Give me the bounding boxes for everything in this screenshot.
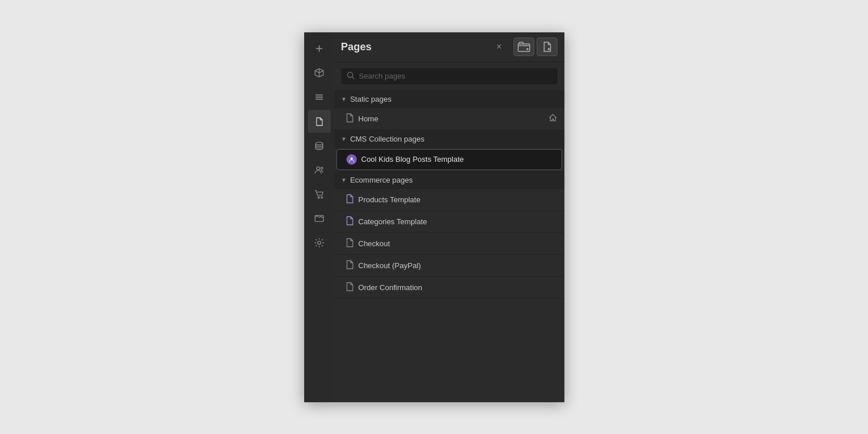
page-item-cool-kids[interactable]: Cool Kids Blog Posts Template	[337, 149, 562, 170]
svg-rect-12	[518, 44, 530, 51]
page-item-products[interactable]: Products Template	[334, 189, 564, 211]
section-label-ecommerce: Ecommerce pages	[350, 176, 412, 184]
svg-line-18	[352, 77, 354, 79]
sidebar-cart-btn[interactable]	[308, 183, 331, 206]
svg-point-5	[315, 142, 323, 145]
page-doc-icon-order	[346, 282, 354, 293]
panel-close-button[interactable]: ×	[492, 39, 506, 54]
page-item-label-products: Products Template	[359, 195, 557, 204]
chevron-down-icon-cms: ▼	[341, 136, 347, 142]
page-item-label-checkout-paypal: Checkout (PayPal)	[359, 261, 557, 270]
home-icon	[548, 113, 557, 124]
sidebar-settings-btn[interactable]	[308, 231, 331, 254]
svg-point-9	[321, 196, 323, 198]
panel-wrapper: Pages ×	[304, 32, 564, 402]
svg-point-7	[320, 167, 323, 169]
search-input-wrap	[341, 68, 557, 84]
sidebar-database-btn[interactable]	[308, 134, 331, 157]
pages-panel: Pages ×	[334, 32, 564, 402]
section-header-ecommerce[interactable]: ▼ Ecommerce pages	[334, 171, 564, 189]
svg-point-17	[348, 72, 353, 77]
sidebar-menu-btn[interactable]	[308, 86, 331, 109]
search-input[interactable]	[359, 72, 552, 80]
page-item-label-home: Home	[359, 114, 544, 123]
page-item-checkout[interactable]: Checkout	[334, 233, 564, 255]
svg-point-11	[317, 241, 320, 244]
page-item-label-checkout: Checkout	[359, 239, 557, 248]
section-label-cms: CMS Collection pages	[350, 135, 424, 143]
page-item-order-confirmation[interactable]: Order Confirmation	[334, 277, 564, 299]
page-item-label-cool-kids: Cool Kids Blog Posts Template	[361, 155, 557, 164]
section-header-cms[interactable]: ▼ CMS Collection pages	[334, 130, 564, 148]
page-item-label-order-confirmation: Order Confirmation	[359, 283, 557, 292]
search-icon	[347, 72, 354, 81]
sidebar-add-btn[interactable]	[308, 37, 331, 60]
svg-point-6	[316, 166, 319, 169]
page-doc-icon-products	[346, 194, 354, 205]
section-label-static: Static pages	[350, 95, 391, 103]
page-doc-icon-checkout	[346, 238, 354, 249]
search-bar	[334, 62, 564, 90]
panel-title: Pages	[341, 41, 492, 53]
page-item-label-categories: Categories Template	[359, 217, 557, 226]
sidebar-media-btn[interactable]	[308, 207, 331, 230]
page-doc-icon-categories	[346, 216, 354, 227]
page-doc-icon	[346, 113, 354, 124]
new-page-button[interactable]	[537, 38, 557, 56]
new-folder-button[interactable]	[514, 38, 534, 56]
chevron-down-icon-ecommerce: ▼	[341, 177, 347, 183]
page-item-home[interactable]: Home	[334, 108, 564, 130]
chevron-down-icon: ▼	[341, 96, 347, 102]
svg-point-19	[350, 157, 353, 159]
page-item-checkout-paypal[interactable]: Checkout (PayPal)	[334, 255, 564, 277]
sidebar-users-btn[interactable]	[308, 158, 331, 181]
sidebar-cube-btn[interactable]	[308, 61, 331, 84]
panel-header: Pages ×	[334, 32, 564, 62]
section-header-static[interactable]: ▼ Static pages	[334, 90, 564, 108]
page-doc-icon-checkout-paypal	[346, 260, 354, 271]
sidebar-page-btn[interactable]	[308, 110, 331, 133]
pages-list: ▼ Static pages Home	[334, 90, 564, 402]
cms-person-icon	[346, 154, 357, 165]
svg-point-8	[317, 196, 319, 198]
icon-sidebar	[304, 32, 334, 402]
page-item-categories[interactable]: Categories Template	[334, 211, 564, 233]
